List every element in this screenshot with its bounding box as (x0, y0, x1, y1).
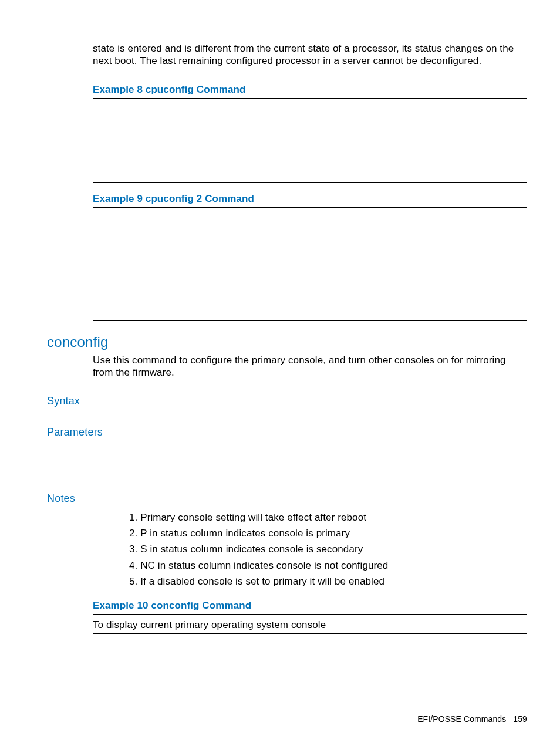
footer-page-number: 159 (513, 714, 527, 724)
note-item: 4. NC in status column indicates console… (129, 558, 527, 573)
rule (93, 182, 527, 183)
example-9-title: Example 9 cpuconfig 2 Command (93, 193, 527, 205)
example-10-title: Example 10 conconfig Command (93, 600, 527, 612)
rule (93, 614, 527, 615)
intro-paragraph: state is entered and is different from t… (93, 42, 527, 67)
note-item: 5. If a disabled console is set to prima… (129, 573, 527, 589)
footer-section-label: EFI/POSSE Commands (417, 714, 506, 724)
note-text: If a disabled console is set to primary … (140, 576, 384, 587)
rule (93, 320, 527, 321)
notes-heading: Notes (47, 492, 527, 505)
example-10-description: To display current primary operating sys… (93, 619, 527, 631)
section-heading-conconfig: conconfig (47, 334, 527, 350)
example-9-body-placeholder (33, 208, 527, 319)
conconfig-description: Use this command to configure the primar… (93, 354, 527, 379)
page-footer: EFI/POSSE Commands 159 (417, 714, 527, 724)
note-text: NC in status column indicates console is… (140, 560, 388, 571)
note-num: 3. (129, 544, 140, 555)
note-num: 1. (129, 512, 140, 523)
example-8-body-placeholder (33, 99, 527, 181)
note-item: 1. Primary console setting will take eff… (129, 509, 527, 525)
note-num: 4. (129, 560, 140, 571)
parameters-heading: Parameters (47, 426, 527, 438)
rule (93, 633, 527, 634)
note-text: Primary console setting will take effect… (140, 512, 366, 523)
note-num: 2. (129, 528, 140, 539)
note-item: 3. S in status column indicates console … (129, 541, 527, 557)
note-text: S in status column indicates console is … (140, 544, 363, 555)
parameters-body-placeholder (33, 442, 527, 478)
syntax-heading: Syntax (47, 395, 527, 407)
note-num: 5. (129, 576, 140, 587)
page: state is entered and is different from t… (0, 0, 560, 746)
note-item: 2. P in status column indicates console … (129, 525, 527, 541)
example-8-title: Example 8 cpuconfig Command (93, 84, 527, 96)
note-text: P in status column indicates console is … (140, 528, 350, 539)
notes-list: 1. Primary console setting will take eff… (129, 509, 527, 589)
